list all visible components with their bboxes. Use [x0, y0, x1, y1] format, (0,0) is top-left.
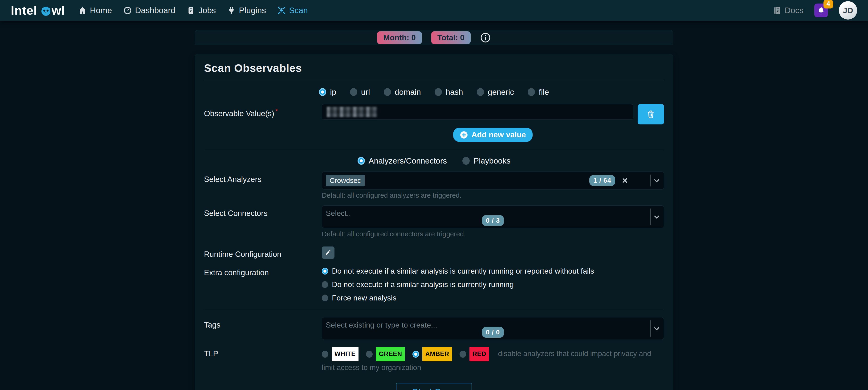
select-connectors-row: Select Connectors Select.. 0 / 3 Default… [204, 206, 664, 238]
connectors-count-badge: 0 / 3 [482, 215, 504, 226]
nav-item-label: Dashboard [135, 6, 175, 15]
radio-no-exec-running[interactable] [322, 281, 328, 288]
radio-tlp-green[interactable] [366, 351, 373, 358]
bell-icon [817, 7, 825, 14]
tlp-row: TLP WHITE GREEN AMBER RED disable analyz… [204, 346, 664, 374]
nav-item-label: Jobs [198, 6, 216, 15]
tlp-option-green[interactable]: GREEN [366, 347, 405, 361]
tags-placeholder: Select existing or type to create... [326, 321, 437, 329]
edit-runtime-config-button[interactable] [322, 246, 335, 259]
start-scan-button[interactable]: Start Scan [396, 383, 472, 390]
radio-playbooks[interactable] [462, 157, 470, 165]
runtime-configuration-control [322, 246, 664, 259]
tags-row: Tags Select existing or type to create..… [204, 317, 664, 340]
jobs-icon [187, 6, 195, 15]
radio-no-exec-without-fails[interactable] [322, 268, 328, 274]
required-asterisk: * [275, 108, 278, 115]
tlp-option-red[interactable]: RED [460, 347, 489, 361]
radio-label: file [539, 87, 549, 97]
plus-circle-icon [460, 131, 468, 139]
nav-item-scan[interactable]: Scan [277, 6, 308, 15]
observable-values-control: Add new value [322, 104, 664, 142]
tlp-white-chip: WHITE [332, 347, 359, 361]
tlp-options: WHITE GREEN AMBER RED disable analyzers … [322, 346, 664, 374]
extra-configuration-row: Extra configuration Do not execute if a … [204, 265, 664, 302]
select-analyzers-control: Crowdsec 1 / 64 Default: all configured … [322, 172, 664, 199]
extra-configuration-options: Do not execute if a similar analysis is … [322, 265, 664, 302]
user-avatar[interactable]: JD [839, 1, 857, 20]
intelowl-logo[interactable]: Intel wl [11, 3, 65, 18]
chevron-down-icon[interactable] [652, 213, 661, 221]
brand-text-intel: Intel [11, 3, 37, 18]
radio-file[interactable] [528, 88, 535, 96]
navbar: Intel wl Home Dashboard Jobs Plugins [0, 0, 868, 21]
notification-count-badge: 4 [824, 0, 833, 8]
tlp-option-amber[interactable]: AMBER [412, 347, 452, 361]
radio-ip[interactable] [319, 88, 326, 96]
observable-value-input[interactable] [322, 104, 633, 120]
select-separator [650, 320, 651, 337]
navbar-left: Intel wl Home Dashboard Jobs Plugins [11, 3, 308, 18]
extra-option-no-exec-running[interactable]: Do not execute if a similar analysis is … [322, 280, 664, 289]
tlp-label: TLP [204, 346, 322, 374]
observable-type-ip[interactable]: ip [319, 87, 336, 97]
radio-force-new[interactable] [322, 295, 328, 301]
mode-analyzers-connectors[interactable]: Analyzers/Connectors [358, 156, 447, 166]
select-analyzers-row: Select Analyzers Crowdsec 1 / 64 Default… [204, 172, 664, 199]
radio-domain[interactable] [384, 88, 391, 96]
extra-option-force-new[interactable]: Force new analysis [322, 294, 664, 302]
extra-configuration-label: Extra configuration [204, 265, 322, 302]
chevron-down-icon[interactable] [652, 176, 661, 185]
nav-item-jobs[interactable]: Jobs [187, 6, 216, 15]
runtime-configuration-label: Runtime Configuration [204, 246, 322, 259]
radio-label: url [361, 87, 370, 97]
radio-tlp-white[interactable] [322, 351, 328, 358]
analyzers-count-badge: 1 / 64 [589, 175, 615, 186]
home-icon [78, 6, 87, 15]
nav-item-home[interactable]: Home [78, 6, 112, 15]
radio-url[interactable] [350, 88, 357, 96]
month-count-badge: Month: 0 [377, 31, 422, 44]
radio-generic[interactable] [477, 88, 484, 96]
radio-tlp-red[interactable] [460, 351, 466, 358]
scan-skull-icon [277, 6, 286, 15]
add-new-value-button[interactable]: Add new value [453, 128, 532, 142]
tlp-green-chip: GREEN [376, 347, 405, 361]
tags-multiselect[interactable]: Select existing or type to create... 0 /… [322, 317, 664, 340]
radio-label: Analyzers/Connectors [369, 156, 447, 166]
radio-tlp-amber[interactable] [412, 351, 419, 358]
scan-observables-card: Scan Observables ip url domain hash gene… [195, 54, 673, 390]
nav-item-plugins[interactable]: Plugins [227, 6, 266, 15]
selected-analyzer-chip[interactable]: Crowdsec [326, 175, 365, 186]
tlp-red-chip: RED [469, 347, 489, 361]
chevron-down-icon[interactable] [652, 324, 661, 333]
dashboard-icon [123, 6, 132, 15]
radio-label: generic [488, 87, 514, 97]
observable-type-hash[interactable]: hash [435, 87, 463, 97]
info-icon[interactable] [480, 32, 491, 43]
extra-option-no-exec-without-fails[interactable]: Do not execute if a similar analysis is … [322, 267, 664, 275]
analyzers-controls: 1 / 64 [589, 175, 628, 186]
redacted-observable-value [327, 107, 377, 117]
observable-type-url[interactable]: url [350, 87, 370, 97]
label-text: Observable Value(s) [204, 109, 274, 118]
section-divider [204, 149, 664, 149]
radio-hash[interactable] [435, 88, 442, 96]
observable-type-generic[interactable]: generic [477, 87, 514, 97]
delete-value-button[interactable] [638, 104, 664, 124]
observable-type-file[interactable]: file [528, 87, 549, 97]
nav-item-docs[interactable]: Docs [773, 6, 803, 15]
radio-analyzers-connectors[interactable] [358, 157, 365, 165]
analyzers-multiselect[interactable]: Crowdsec 1 / 64 [322, 172, 664, 189]
observable-type-domain[interactable]: domain [384, 87, 421, 97]
tlp-option-white[interactable]: WHITE [322, 347, 359, 361]
connectors-multiselect[interactable]: Select.. 0 / 3 [322, 206, 664, 228]
select-analyzers-label: Select Analyzers [204, 172, 322, 199]
mode-playbooks[interactable]: Playbooks [462, 156, 510, 166]
radio-label: domain [395, 87, 421, 97]
notifications-button[interactable]: 4 [814, 3, 828, 17]
nav-item-dashboard[interactable]: Dashboard [123, 6, 175, 15]
clear-analyzers-icon[interactable] [621, 177, 628, 184]
owl-icon [40, 5, 51, 16]
observable-type-options: ip url domain hash generic file [204, 87, 664, 97]
